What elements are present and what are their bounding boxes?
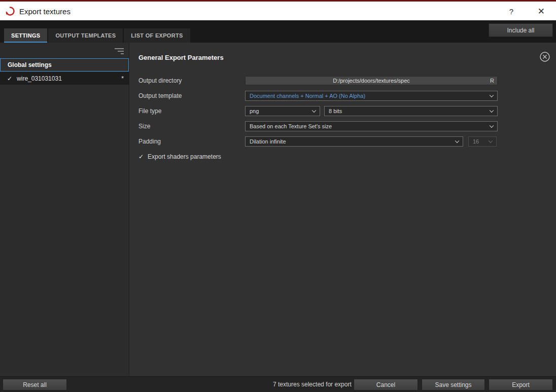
substance-painter-logo-icon xyxy=(5,6,15,16)
tab-output-templates[interactable]: OUTPUT TEMPLATES xyxy=(48,28,123,43)
size-row: Size Based on each Texture Set's size xyxy=(138,119,556,134)
help-button[interactable]: ? xyxy=(506,6,516,16)
output-directory-label: Output directory xyxy=(138,77,245,84)
sidebar: Global settings ✓ wire_031031031 * xyxy=(0,43,129,376)
export-shaders-row: ✓ Export shaders parameters xyxy=(138,149,556,164)
padding-select[interactable]: Dilation infinite xyxy=(245,136,463,147)
reset-all-button[interactable]: Reset all xyxy=(3,379,67,390)
close-circle-icon[interactable] xyxy=(539,51,551,63)
size-label: Size xyxy=(138,123,245,130)
include-all-button[interactable]: Include all xyxy=(489,23,553,37)
modified-indicator: * xyxy=(121,75,124,82)
padding-label: Padding xyxy=(138,138,245,145)
file-format-value: png xyxy=(250,108,259,114)
texture-set-checkbox[interactable]: ✓ xyxy=(7,75,12,82)
export-shaders-checkbox[interactable]: ✓ xyxy=(138,153,144,160)
output-template-label: Output template xyxy=(138,92,245,99)
titlebar: Export textures ? ✕ xyxy=(0,2,556,20)
padding-pixels-select: 16 xyxy=(468,136,497,147)
chevron-down-icon xyxy=(490,93,494,97)
file-type-label: File type xyxy=(138,108,245,115)
reset-directory-button[interactable]: R xyxy=(490,78,494,84)
output-directory-row: Output directory D:/projects/doors/textu… xyxy=(138,73,556,88)
chevron-down-icon xyxy=(455,139,459,143)
export-status-text: 7 textures selected for export xyxy=(273,381,352,388)
window-title: Export textures xyxy=(19,7,71,15)
chevron-down-icon xyxy=(490,124,494,128)
tab-list-of-exports[interactable]: LIST OF EXPORTS xyxy=(124,28,190,43)
padding-pixels-value: 16 xyxy=(473,138,479,145)
export-parameters-panel: General Export Parameters Output directo… xyxy=(130,43,556,376)
output-template-row: Output template Document channels + Norm… xyxy=(138,88,556,103)
chevron-down-icon xyxy=(489,139,493,143)
output-directory-value: D:/projects/doors/textures/spec xyxy=(333,78,410,84)
sidebar-item-global-settings[interactable]: Global settings xyxy=(0,58,129,72)
output-template-select[interactable]: Document channels + Normal + AO (No Alph… xyxy=(245,91,498,101)
padding-row: Padding Dilation infinite 16 xyxy=(138,134,556,149)
size-select[interactable]: Based on each Texture Set's size xyxy=(245,121,498,131)
size-value: Based on each Texture Set's size xyxy=(250,123,332,129)
parameter-rows: Output directory D:/projects/doors/textu… xyxy=(138,73,556,164)
export-textures-dialog: Export textures ? ✕ SETTINGS OUTPUT TEMP… xyxy=(0,0,556,392)
bit-depth-value: 8 bits xyxy=(329,108,342,114)
chevron-down-icon xyxy=(312,109,316,113)
bit-depth-select[interactable]: 8 bits xyxy=(324,106,498,116)
cancel-button[interactable]: Cancel xyxy=(354,379,418,390)
output-directory-input[interactable]: D:/projects/doors/textures/spec R xyxy=(245,76,498,85)
export-shaders-label: Export shaders parameters xyxy=(148,153,221,160)
filter-icon[interactable] xyxy=(114,47,124,55)
tab-strip: SETTINGS OUTPUT TEMPLATES LIST OF EXPORT… xyxy=(4,28,190,43)
chevron-down-icon xyxy=(490,109,494,113)
close-button[interactable]: ✕ xyxy=(535,5,548,17)
save-settings-button[interactable]: Save settings xyxy=(422,379,485,390)
export-button[interactable]: Export xyxy=(489,379,553,390)
panel-title: General Export Parameters xyxy=(138,54,224,61)
tab-bar: SETTINGS OUTPUT TEMPLATES LIST OF EXPORT… xyxy=(0,20,556,43)
file-format-select[interactable]: png xyxy=(245,106,320,116)
footer-bar: Reset all 7 textures selected for export… xyxy=(0,376,556,392)
sidebar-item-label: wire_031031031 xyxy=(17,75,121,82)
output-template-value: Document channels + Normal + AO (No Alph… xyxy=(250,93,365,99)
tab-settings[interactable]: SETTINGS xyxy=(4,28,47,43)
padding-value: Dilation infinite xyxy=(250,138,286,145)
sidebar-item-texture-set[interactable]: ✓ wire_031031031 * xyxy=(0,72,129,85)
sidebar-item-label: Global settings xyxy=(8,61,52,68)
file-type-row: File type png 8 bits xyxy=(138,103,556,119)
